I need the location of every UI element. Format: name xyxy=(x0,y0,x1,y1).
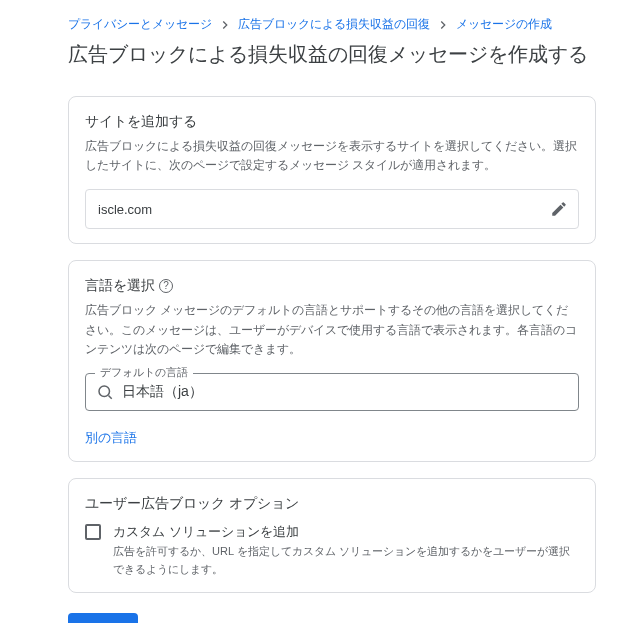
breadcrumb-link-adblock[interactable]: 広告ブロックによる損失収益の回復 xyxy=(238,16,430,33)
actions-row: 続行 キャンセル xyxy=(68,613,596,623)
options-card: ユーザー広告ブロック オプション カスタム ソリューションを追加 広告を許可する… xyxy=(68,478,596,593)
edit-icon[interactable] xyxy=(550,200,568,218)
svg-line-1 xyxy=(108,395,111,398)
site-card: サイトを追加する 広告ブロックによる損失収益の回復メッセージを表示するサイトを選… xyxy=(68,96,596,244)
svg-point-0 xyxy=(99,386,110,397)
search-icon xyxy=(96,383,114,401)
site-row: iscle.com xyxy=(85,189,579,229)
custom-solution-checkbox[interactable] xyxy=(85,524,101,540)
site-card-title: サイトを追加する xyxy=(85,113,579,131)
help-icon[interactable]: ? xyxy=(159,279,173,293)
chevron-right-icon xyxy=(436,18,450,32)
breadcrumb-link-privacy[interactable]: プライバシーとメッセージ xyxy=(68,16,212,33)
language-card: 言語を選択 ? 広告ブロック メッセージのデフォルトの言語とサポートするその他の… xyxy=(68,260,596,462)
language-card-title: 言語を選択 ? xyxy=(85,277,579,295)
other-language-link[interactable]: 別の言語 xyxy=(85,429,137,447)
chevron-right-icon xyxy=(218,18,232,32)
continue-button[interactable]: 続行 xyxy=(68,613,138,623)
options-card-title: ユーザー広告ブロック オプション xyxy=(85,495,579,513)
page-title: 広告ブロックによる損失収益の回復メッセージを作成する xyxy=(68,41,596,68)
language-card-desc: 広告ブロック メッセージのデフォルトの言語とサポートするその他の言語を選択してく… xyxy=(85,301,579,359)
breadcrumb-link-create[interactable]: メッセージの作成 xyxy=(456,16,552,33)
custom-solution-label: カスタム ソリューションを追加 xyxy=(113,523,579,541)
site-card-desc: 広告ブロックによる損失収益の回復メッセージを表示するサイトを選択してください。選… xyxy=(85,137,579,175)
site-name: iscle.com xyxy=(98,202,152,217)
breadcrumb: プライバシーとメッセージ 広告ブロックによる損失収益の回復 メッセージの作成 xyxy=(68,16,596,33)
default-language-value: 日本語（ja） xyxy=(122,383,203,401)
language-card-title-text: 言語を選択 xyxy=(85,277,155,295)
default-language-label: デフォルトの言語 xyxy=(95,365,193,380)
custom-solution-desc: 広告を許可するか、URL を指定してカスタム ソリューションを追加するかをユーザ… xyxy=(113,543,579,578)
